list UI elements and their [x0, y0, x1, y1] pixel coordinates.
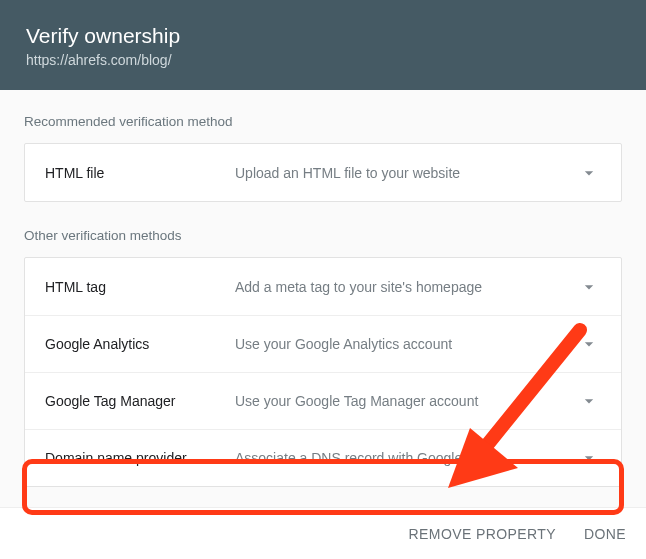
recommended-card: HTML file Upload an HTML file to your we… — [24, 143, 622, 202]
other-methods-card: HTML tag Add a meta tag to your site's h… — [24, 257, 622, 487]
method-title: Google Tag Manager — [45, 393, 235, 409]
chevron-down-icon — [577, 161, 601, 185]
chevron-down-icon — [577, 275, 601, 299]
method-desc: Upload an HTML file to your website — [235, 165, 577, 181]
method-title: HTML tag — [45, 279, 235, 295]
method-domain-name-provider[interactable]: Domain name provider Associate a DNS rec… — [25, 429, 621, 486]
remove-property-button[interactable]: Remove property — [409, 526, 556, 542]
method-google-analytics[interactable]: Google Analytics Use your Google Analyti… — [25, 315, 621, 372]
method-title: Google Analytics — [45, 336, 235, 352]
dialog-title: Verify ownership — [26, 24, 620, 48]
method-title: HTML file — [45, 165, 235, 181]
dialog-subtitle: https://ahrefs.com/blog/ — [26, 52, 620, 68]
method-html-tag[interactable]: HTML tag Add a meta tag to your site's h… — [25, 258, 621, 315]
method-desc: Add a meta tag to your site's homepage — [235, 279, 577, 295]
method-html-file[interactable]: HTML file Upload an HTML file to your we… — [25, 144, 621, 201]
method-desc: Use your Google Tag Manager account — [235, 393, 577, 409]
method-desc: Use your Google Analytics account — [235, 336, 577, 352]
chevron-down-icon — [577, 389, 601, 413]
other-section-label: Other verification methods — [24, 228, 622, 243]
dialog-content: Recommended verification method HTML fil… — [0, 90, 646, 487]
method-google-tag-manager[interactable]: Google Tag Manager Use your Google Tag M… — [25, 372, 621, 429]
method-title: Domain name provider — [45, 450, 235, 466]
chevron-down-icon — [577, 446, 601, 470]
chevron-down-icon — [577, 332, 601, 356]
done-button[interactable]: Done — [584, 526, 626, 542]
dialog-header: Verify ownership https://ahrefs.com/blog… — [0, 0, 646, 90]
method-desc: Associate a DNS record with Google — [235, 450, 577, 466]
dialog-footer: Remove property Done — [0, 507, 646, 559]
recommended-section-label: Recommended verification method — [24, 114, 622, 129]
